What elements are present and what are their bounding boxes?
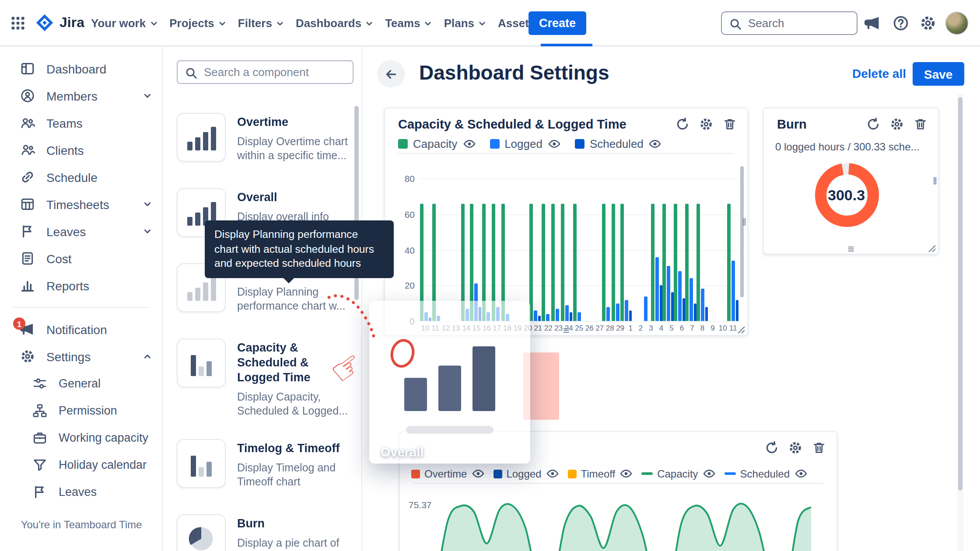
sidebar-item-holiday-calendar[interactable]: Holiday calendar <box>0 451 162 478</box>
sidebar-item-general[interactable]: General <box>0 370 162 397</box>
resize-handle-right[interactable]: ‖ <box>933 175 937 187</box>
component-burn[interactable]: BurnDisplay a pie chart of logged hours … <box>177 514 348 551</box>
bar-logged <box>577 312 581 321</box>
back-button[interactable] <box>377 60 405 87</box>
sidebar-item-cost[interactable]: Cost <box>0 245 162 272</box>
widget-settings-icon[interactable] <box>788 441 802 455</box>
legend-swatch <box>567 469 576 478</box>
nav-item-teams[interactable]: Teams <box>380 0 438 46</box>
delete-widget-icon[interactable] <box>812 441 826 455</box>
legend-scheduled: Scheduled <box>575 137 662 150</box>
sidebar-item-label: Notification <box>46 322 153 336</box>
y-tick-label: 80 <box>396 173 415 184</box>
sidebar-item-leaves[interactable]: Leaves <box>0 478 162 506</box>
delete-widget-icon[interactable] <box>914 117 928 131</box>
global-search-input[interactable] <box>722 12 857 34</box>
refresh-icon[interactable] <box>676 117 690 131</box>
eye-icon[interactable] <box>471 467 484 480</box>
eye-icon[interactable] <box>649 137 662 150</box>
component-description: Display Overtime chart within a specific… <box>237 135 348 163</box>
delete-widget-icon[interactable] <box>723 117 737 131</box>
help-icon[interactable] <box>892 15 909 31</box>
component-title: Timelog & Timeoff <box>237 442 348 457</box>
sidebar-item-schedule[interactable]: Schedule <box>0 164 162 191</box>
legend-label: Logged <box>506 467 541 480</box>
x-tick-label: 22 <box>543 324 553 332</box>
sidebar-item-members[interactable]: Members <box>0 82 162 109</box>
main-scrollbar[interactable] <box>958 97 962 491</box>
sidebar-item-working-capacity[interactable]: Working capacity <box>0 424 162 451</box>
component-title: Overall <box>237 191 348 206</box>
resize-handle-right[interactable]: ‖ <box>742 216 746 228</box>
nav-item-dashboards[interactable]: Dashboards <box>290 0 380 46</box>
eye-icon[interactable] <box>548 137 561 150</box>
nav-item-filters[interactable]: Filters <box>233 0 290 46</box>
refresh-icon[interactable] <box>765 441 779 455</box>
sidebar-item-teams[interactable]: Teams <box>0 109 162 136</box>
x-tick-label: 3 <box>646 324 656 332</box>
legend-label: Capacity <box>413 137 457 150</box>
resize-corner[interactable] <box>928 244 936 253</box>
component-timelog-timeoff[interactable]: Timelog & TimeoffDisplay Timelog and Tim… <box>177 439 348 493</box>
sidebar-item-permission[interactable]: Permission <box>0 397 162 424</box>
sidebar-item-timesheets[interactable]: Timesheets <box>0 191 162 218</box>
sidebar-item-notification[interactable]: Notification1 <box>0 316 162 343</box>
component-capacity-scheduled-logged-time[interactable]: Capacity & Scheduled & Logged TimeDispla… <box>177 338 348 418</box>
sidebar-item-leaves[interactable]: Leaves <box>0 218 162 245</box>
legend-logged: Logged <box>490 137 561 150</box>
x-tick-label: 10 <box>718 324 728 332</box>
settings-gear-icon[interactable] <box>920 15 936 31</box>
nav-item-label: Filters <box>238 17 272 30</box>
delete-all-button[interactable]: Delete all <box>852 66 906 80</box>
drag-handle[interactable]: ≡ <box>563 325 569 336</box>
widget-settings-icon[interactable] <box>699 117 713 131</box>
save-button[interactable]: Save <box>913 62 964 86</box>
bar-logged <box>644 296 648 321</box>
widget-scrollbar[interactable] <box>740 166 744 297</box>
chevron-down-icon <box>275 18 285 28</box>
component-title: Burn <box>237 517 348 532</box>
create-button[interactable]: Create <box>528 11 586 35</box>
eye-icon[interactable] <box>703 467 716 480</box>
eye-icon[interactable] <box>546 467 559 480</box>
nav-item-your-work[interactable]: Your work <box>86 0 164 46</box>
x-tick-label: 23 <box>553 324 564 332</box>
resize-corner[interactable] <box>737 325 746 334</box>
chevron-up-icon <box>142 351 153 362</box>
x-tick-label: 6 <box>677 324 687 332</box>
sidebar-item-label: Working capacity <box>59 431 153 444</box>
sidebar-item-reports[interactable]: Reports <box>0 272 162 299</box>
component-thumbnail <box>177 514 226 551</box>
component-overtime[interactable]: OvertimeDisplay Overtime chart within a … <box>177 113 348 167</box>
sidebar-item-label: Reports <box>46 279 153 293</box>
eye-icon[interactable] <box>620 467 633 480</box>
x-tick-label: 5 <box>666 324 676 332</box>
bar-chart-thumb-icon <box>187 275 216 301</box>
legend-swatch <box>641 472 653 475</box>
nav-item-projects[interactable]: Projects <box>164 0 233 46</box>
x-tick-label: 25 <box>574 324 584 332</box>
component-description: Display a pie chart of logged hours out … <box>237 536 348 551</box>
eye-icon[interactable] <box>462 137 476 150</box>
sidebar-item-settings[interactable]: Settings <box>0 343 162 370</box>
eye-icon[interactable] <box>794 467 807 480</box>
widget-actions <box>765 441 826 455</box>
sidebar-item-label: Leaves <box>46 224 130 238</box>
widget-settings-icon[interactable] <box>890 117 904 131</box>
announcements-icon[interactable] <box>864 15 881 31</box>
sidebar-item-clients[interactable]: Clients <box>0 136 162 164</box>
sidebar-item-label: Holiday calendar <box>59 458 153 471</box>
jira-logo[interactable]: Jira <box>35 13 84 32</box>
drag-handle[interactable]: ≡ <box>847 244 854 255</box>
legend-capacity: Capacity <box>641 467 715 480</box>
avatar[interactable] <box>945 11 969 35</box>
x-tick-label: 4 <box>656 324 666 332</box>
sidebar-item-dashboard[interactable]: Dashboard <box>0 55 162 82</box>
nav-item-plans[interactable]: Plans <box>439 0 493 46</box>
refresh-icon[interactable] <box>866 117 880 131</box>
app-switcher-icon[interactable] <box>10 16 25 31</box>
sidebar-item-label: Members <box>46 89 130 103</box>
chart-legend: OvertimeLoggedTimeoffCapacityScheduled <box>411 467 807 480</box>
component-search-input[interactable] <box>178 61 353 83</box>
chart-legend: CapacityLoggedScheduled <box>398 137 662 150</box>
